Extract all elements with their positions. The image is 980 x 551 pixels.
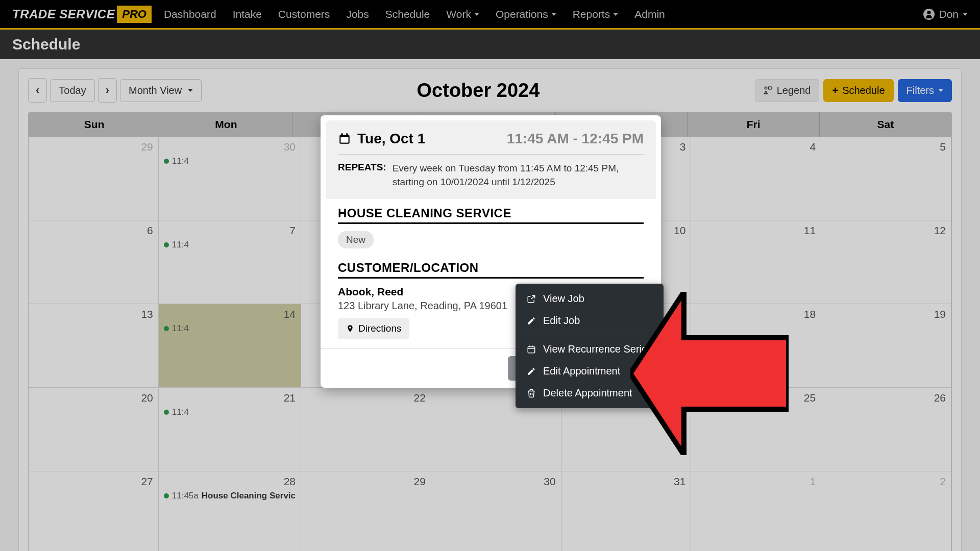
status-badge: New xyxy=(338,231,374,248)
service-title: HOUSE CLEANING SERVICE xyxy=(338,206,644,224)
svg-marker-8 xyxy=(630,292,789,455)
popover-repeats: REPEATS: Every week on Tuesday from 11:4… xyxy=(338,162,644,189)
annotation-arrow xyxy=(630,292,789,455)
svg-rect-4 xyxy=(340,137,348,143)
svg-rect-7 xyxy=(528,346,535,353)
svg-rect-5 xyxy=(341,133,343,136)
popover-date: Tue, Oct 1 xyxy=(357,131,501,147)
popover-head-row: Tue, Oct 1 11:45 AM - 12:45 PM xyxy=(338,131,644,155)
repeats-label: REPEATS: xyxy=(338,162,386,189)
calendar-icon xyxy=(338,132,351,145)
directions-button[interactable]: Directions xyxy=(338,318,409,339)
pin-icon xyxy=(346,323,354,334)
customer-section-title: CUSTOMER/LOCATION xyxy=(338,261,644,279)
popover-time: 11:45 AM - 12:45 PM xyxy=(507,131,644,147)
svg-rect-6 xyxy=(346,133,348,136)
repeats-text: Every week on Tuesday from 11:45 AM to 1… xyxy=(393,162,644,189)
popover-header: Tue, Oct 1 11:45 AM - 12:45 PM REPEATS: … xyxy=(326,120,656,199)
